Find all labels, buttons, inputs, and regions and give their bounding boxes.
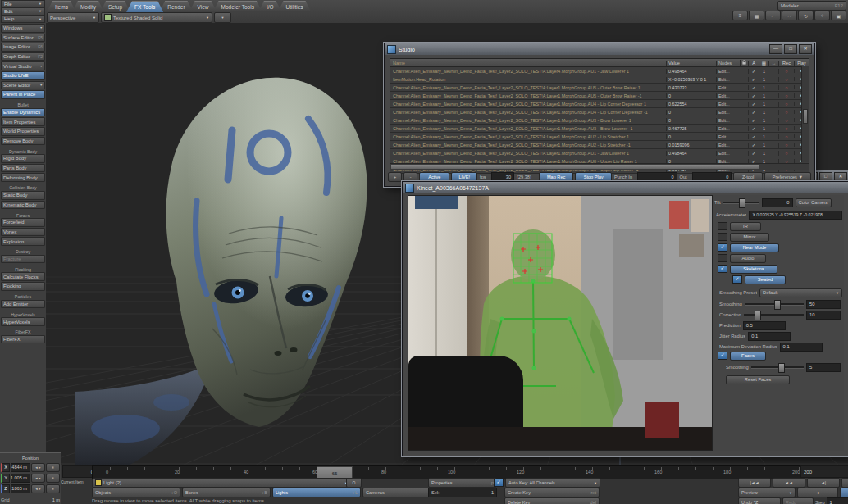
envelope-button[interactable]: E bbox=[46, 484, 60, 493]
minimize-icon[interactable]: — bbox=[769, 44, 782, 54]
mirror-button[interactable]: Mirror bbox=[730, 233, 769, 242]
near-mode-checkbox[interactable]: ✓ bbox=[718, 243, 727, 252]
sidebar-item-image-editor[interactable]: Image EditorF6 bbox=[1, 43, 45, 52]
menu-edit[interactable]: Edit▼ bbox=[1, 7, 45, 15]
record-icon[interactable]: ○ bbox=[778, 85, 794, 90]
record-icon[interactable]: ○ bbox=[778, 143, 794, 148]
faces-smoothing-slider[interactable] bbox=[751, 366, 804, 369]
rotate-icon[interactable]: ↻ bbox=[798, 11, 814, 20]
channel-value[interactable]: 0 bbox=[666, 110, 716, 115]
scrollbar-thumb[interactable] bbox=[391, 165, 759, 169]
sidebar-item-add-emitter[interactable]: Add Emitter bbox=[1, 300, 45, 309]
tilt-value-field[interactable]: 0 bbox=[762, 198, 793, 207]
autokey-dropdown[interactable]: Auto Key: All Channels ▼ bbox=[505, 478, 600, 488]
active-checkmark[interactable]: ✓ bbox=[748, 93, 759, 98]
axis-value-field[interactable]: 1.4844 m bbox=[11, 463, 30, 472]
preview-dropdown[interactable]: Preview ▼ bbox=[738, 488, 796, 497]
seated-checkbox[interactable]: ✓ bbox=[732, 275, 742, 284]
sidebar-item-surface-editor[interactable]: Surface EditorF5 bbox=[1, 34, 45, 43]
prev-frame-button[interactable]: ◄| bbox=[807, 478, 840, 488]
sidebar-item-parent-in-place[interactable]: Parent in Place bbox=[1, 90, 45, 99]
column-play[interactable]: Play bbox=[794, 61, 809, 66]
sidebar-item-world-properties[interactable]: World Properties bbox=[1, 127, 45, 136]
sidebar-item-studio-live[interactable]: Studio LIVE bbox=[1, 71, 45, 80]
sidebar-item-kinematic-body[interactable]: Kinematic Body bbox=[1, 201, 45, 210]
end-frame-field[interactable]: 200 bbox=[800, 465, 848, 478]
axis-spinner[interactable]: ◄► bbox=[31, 463, 45, 472]
tab-items[interactable]: Items bbox=[47, 1, 76, 12]
sidebar-item-static-body[interactable]: Static Body bbox=[1, 191, 45, 200]
sidebar-item-forcefield[interactable]: Forcefield bbox=[1, 218, 45, 227]
scrollbar-thumb[interactable] bbox=[803, 109, 808, 124]
jump-start-button[interactable]: |◄◄ bbox=[738, 478, 771, 488]
smoothing-field[interactable]: 50 bbox=[806, 300, 841, 309]
shading-mode-dropdown[interactable]: Textured Shaded Solid ▼ bbox=[101, 12, 212, 23]
envelope-button[interactable]: E bbox=[46, 463, 60, 472]
nodes-edit-button[interactable]: Edit... bbox=[716, 134, 740, 139]
menu-file[interactable]: File▼ bbox=[1, 0, 45, 7]
category-lights[interactable]: Lights+L bbox=[272, 488, 361, 497]
nodes-edit-button[interactable]: Edit... bbox=[716, 102, 740, 107]
modeler-button[interactable]: Modeler F12 bbox=[777, 1, 846, 11]
maximum-deviation-radius-field[interactable]: 0.1 bbox=[780, 343, 823, 352]
axis-value-field[interactable]: -1.1865 m bbox=[11, 484, 30, 493]
list-icon[interactable]: ≡ bbox=[732, 11, 748, 20]
active-button[interactable]: Active bbox=[419, 172, 449, 182]
channel-value[interactable]: 0.467725 bbox=[666, 126, 716, 131]
menu-help[interactable]: Help▼ bbox=[1, 16, 45, 23]
create-key-button[interactable]: Create Key ret bbox=[504, 488, 600, 497]
punch-in-field[interactable]: 0 bbox=[637, 172, 677, 182]
kinect-titlebar[interactable]: Kinect_A00366A06472137A bbox=[403, 182, 848, 193]
channel-value[interactable]: 0.0159096 bbox=[666, 143, 716, 148]
undo-button[interactable]: Undo ^Z bbox=[738, 497, 781, 504]
kinect-window[interactable]: Kinect_A00366A06472137A bbox=[402, 181, 848, 456]
table-row[interactable]: Channel:Alien_Emissary_Nevron_Demo_Facia… bbox=[390, 125, 809, 133]
active-checkmark[interactable]: ✓ bbox=[748, 134, 759, 139]
smoothing-slider[interactable] bbox=[745, 303, 804, 306]
sidebar-item-parts-body[interactable]: Parts Body bbox=[1, 164, 45, 173]
active-checkmark[interactable]: ✓ bbox=[748, 143, 759, 148]
record-icon[interactable]: ○ bbox=[778, 118, 794, 123]
channel-value[interactable]: 0 bbox=[666, 93, 716, 98]
axis-spinner[interactable]: ◄► bbox=[31, 484, 45, 493]
column-nodes[interactable]: Nodes bbox=[716, 61, 740, 66]
tab-utilities[interactable]: Utilities bbox=[278, 1, 312, 12]
sidebar-item-remove-body[interactable]: Remove Body bbox=[1, 137, 45, 146]
slider-thumb[interactable] bbox=[778, 363, 785, 373]
active-checkmark[interactable]: ✓ bbox=[748, 151, 759, 156]
channel-value[interactable]: 0 bbox=[666, 134, 716, 139]
nodes-edit-button[interactable]: Edit... bbox=[716, 151, 740, 156]
tab-modify[interactable]: Modify bbox=[72, 1, 104, 12]
active-checkmark[interactable]: ✓ bbox=[748, 69, 759, 74]
correction-field[interactable]: 10 bbox=[806, 311, 841, 320]
sidebar-item-item-properties[interactable]: Item Properties bbox=[1, 117, 45, 126]
table-row[interactable]: Channel:Alien_Emissary_Nevron_Demo_Facia… bbox=[390, 108, 809, 116]
tab-fx-tools[interactable]: FX Tools bbox=[126, 1, 163, 12]
grid-icon[interactable]: ▦ bbox=[749, 11, 764, 20]
record-icon[interactable]: ○ bbox=[778, 69, 794, 74]
sidebar-item-fracture[interactable]: Fracture bbox=[1, 255, 45, 264]
table-row[interactable]: Channel:Alien_Emissary_Nevron_Demo_Facia… bbox=[390, 116, 809, 125]
channel-value[interactable]: 0.498464 bbox=[666, 151, 716, 156]
record-icon[interactable]: ○ bbox=[778, 126, 794, 131]
ztool-button[interactable]: Z-tool bbox=[733, 172, 762, 182]
axis-spinner[interactable]: ◄► bbox=[31, 474, 45, 483]
active-checkmark[interactable]: ✓ bbox=[748, 126, 759, 131]
channel-value[interactable]: 0.498464 bbox=[666, 69, 716, 74]
preferences-dropdown[interactable]: Preferences ▼ bbox=[764, 172, 811, 182]
current-item-dropdown[interactable]: Light (2) ▼ bbox=[92, 478, 351, 488]
audio-button[interactable]: Audio bbox=[730, 254, 766, 263]
active-checkmark[interactable]: ✓ bbox=[748, 77, 759, 82]
category-objects[interactable]: Objects+O bbox=[92, 488, 180, 497]
active-checkmark[interactable]: ✓ bbox=[748, 85, 759, 90]
nodes-edit-button[interactable]: Edit... bbox=[716, 110, 740, 115]
fps-field[interactable]: 30 bbox=[491, 172, 514, 182]
axis-value-field[interactable]: 1.005 m bbox=[11, 474, 30, 483]
move-icon[interactable]: ↔ bbox=[782, 11, 797, 20]
viewport-options-dropdown[interactable]: ▼ bbox=[214, 12, 231, 23]
next-frame-button[interactable]: |► bbox=[841, 478, 848, 488]
map-rec-button[interactable]: Map Rec bbox=[539, 172, 574, 182]
column-name[interactable]: Name bbox=[390, 61, 666, 66]
autokey-checkbox[interactable]: ✓ bbox=[494, 479, 504, 487]
slider-thumb[interactable] bbox=[755, 311, 761, 320]
